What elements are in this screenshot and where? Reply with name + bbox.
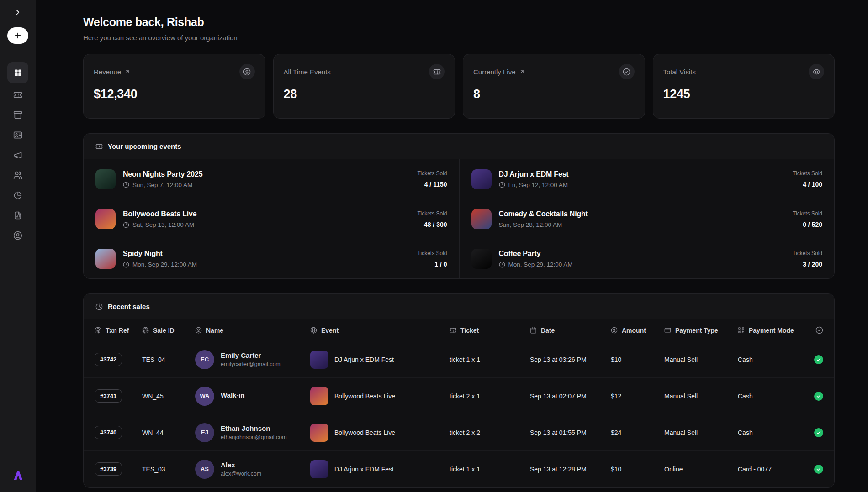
check-circle-icon — [815, 326, 823, 334]
payment-mode: Cash — [738, 429, 814, 436]
users-icon — [13, 171, 22, 180]
sidebar-item-account[interactable] — [8, 227, 27, 244]
qr-code-icon — [738, 327, 745, 334]
amount: $10 — [611, 356, 664, 363]
upcoming-events-panel: Your upcoming events Neon Nights Party 2… — [83, 133, 835, 279]
tickets-sold-label: Tickets Sold — [418, 250, 447, 256]
tickets-sold-label: Tickets Sold — [793, 170, 822, 177]
arrow-up-right-icon — [124, 69, 130, 75]
stat-card-revenue[interactable]: Revenue $12,340 — [83, 54, 265, 119]
sale-row[interactable]: #3739 TES_03 AS Alexalex@work.com DJ Arj… — [84, 451, 834, 487]
event-item-bollywood-beats[interactable]: Bollywood Beats Live Sat, Sep 13, 12:00 … — [84, 199, 459, 239]
txn-ref-badge: #3741 — [95, 389, 122, 403]
avatar: WA — [195, 387, 214, 406]
stat-card-currently-live[interactable]: Currently Live 8 — [463, 54, 645, 119]
fingerprint-icon — [142, 327, 149, 334]
id-card-icon — [13, 131, 22, 140]
sale-date: Sep 13 at 02:07 PM — [530, 393, 611, 400]
amount: $24 — [611, 429, 664, 436]
event-item-spidy-night[interactable]: Spidy Night Mon, Sep 29, 12:00 AM Ticket… — [84, 239, 459, 278]
sidebar-collapse-button[interactable] — [14, 8, 22, 16]
ticket-info: ticket 1 x 1 — [450, 356, 530, 363]
stat-label: Total Visits — [663, 68, 696, 76]
payment-type: Manual Sell — [664, 393, 738, 400]
sidebar-item-reports[interactable] — [8, 207, 27, 224]
amount: $10 — [611, 466, 664, 473]
ticket-icon — [450, 327, 456, 334]
sale-row[interactable]: #3741 WN_45 WA Walk-in Bollywood Beats L… — [84, 378, 834, 414]
file-chart-icon — [14, 211, 22, 220]
credit-card-icon — [664, 327, 671, 334]
sale-id: TES_03 — [142, 466, 195, 473]
pie-chart-icon — [14, 191, 22, 199]
tickets-sold-count: 1 / 0 — [418, 261, 447, 268]
tickets-sold-label: Tickets Sold — [418, 210, 447, 217]
clock-icon — [95, 303, 103, 310]
event-thumbnail — [95, 169, 116, 189]
event-thumbnail — [471, 209, 492, 229]
clock-icon — [123, 262, 129, 268]
payment-mode: Cash — [738, 393, 814, 400]
create-button[interactable] — [7, 27, 28, 44]
sidebar-item-analytics[interactable] — [8, 187, 27, 204]
tickets-sold-count: 4 / 100 — [793, 181, 822, 188]
sidebar-item-team[interactable] — [8, 167, 27, 183]
tickets-sold-label: Tickets Sold — [793, 250, 822, 256]
txn-ref-badge: #3740 — [95, 426, 122, 439]
sale-row[interactable]: #3742 TES_04 EC Emily Carteremilycarter@… — [84, 341, 834, 378]
user-circle-icon — [13, 231, 22, 240]
stat-card-total-visits[interactable]: Total Visits 1245 — [653, 54, 835, 119]
event-thumbnail — [471, 169, 492, 189]
column-date: Date — [530, 327, 611, 334]
event-item-neon-nights[interactable]: Neon Nights Party 2025 Sun, Sep 7, 12:00… — [84, 159, 459, 199]
event-name: Bollywood Beats Live — [123, 210, 196, 218]
stat-card-all-time-events[interactable]: All Time Events 28 — [273, 54, 455, 119]
ticket-info: ticket 2 x 1 — [450, 393, 530, 400]
clock-icon — [123, 222, 129, 228]
sidebar-item-tickets[interactable] — [8, 87, 27, 103]
event-date-text: Sun, Sep 7, 12:00 AM — [132, 182, 192, 188]
panel-title: Recent sales — [108, 303, 150, 310]
chevron-right-icon — [14, 8, 22, 16]
event-item-comedy-cocktails[interactable]: Comedy & Cocktails Night Sun, Sep 28, 12… — [459, 199, 835, 239]
stat-value: 1245 — [663, 87, 825, 101]
sales-table-header: Txn Ref Sale ID Name Event Ticket Date A… — [84, 319, 834, 341]
column-amount: Amount — [611, 327, 664, 334]
user-circle-icon — [195, 327, 202, 334]
column-sale-id: Sale ID — [142, 327, 195, 334]
event-name: Spidy Night — [123, 250, 197, 258]
ticket-info: ticket 1 x 1 — [450, 466, 530, 473]
recent-sales-header: Recent sales — [84, 294, 834, 319]
avatar: EJ — [195, 423, 214, 442]
event-name: Neon Nights Party 2025 — [123, 170, 202, 178]
stat-label: Currently Live — [473, 68, 516, 76]
sale-row[interactable]: #3740 WN_44 EJ Ethan Johnsonethanjohnson… — [84, 414, 834, 451]
sidebar-item-contacts[interactable] — [8, 127, 27, 143]
sale-date: Sep 13 at 03:26 PM — [530, 356, 611, 363]
sidebar-item-dashboard[interactable] — [7, 62, 28, 83]
event-name: Coffee Party — [499, 250, 573, 258]
success-check-icon — [814, 428, 823, 437]
ticket-info: ticket 2 x 2 — [450, 429, 530, 436]
sidebar — [0, 0, 36, 492]
event-item-coffee-party[interactable]: Coffee Party Mon, Sep 29, 12:00 AM Ticke… — [459, 239, 835, 278]
page-subtitle: Here you can see an overview of your org… — [83, 34, 835, 42]
stat-value: 8 — [473, 87, 635, 101]
event-thumbnail — [95, 249, 116, 269]
txn-ref-badge: #3739 — [95, 462, 122, 476]
sidebar-item-events[interactable] — [8, 107, 27, 123]
tickets-sold-label: Tickets Sold — [793, 210, 822, 217]
avatar: AS — [195, 460, 214, 479]
customer-name: Alex — [221, 461, 261, 469]
sidebar-item-marketing[interactable] — [8, 147, 27, 163]
event-date-text: Mon, Sep 29, 12:00 AM — [132, 261, 197, 268]
archive-icon — [13, 110, 22, 120]
megaphone-icon — [13, 151, 22, 160]
column-payment-type: Payment Type — [664, 327, 738, 334]
event-item-dj-arjun[interactable]: DJ Arjun x EDM Fest Fri, Sep 12, 12:00 A… — [459, 159, 835, 199]
tickets-sold-count: 4 / 1150 — [418, 181, 447, 188]
globe-icon — [310, 327, 317, 334]
event-date-text: Mon, Sep 29, 12:00 AM — [508, 261, 573, 268]
tickets-sold-count: 3 / 200 — [793, 261, 822, 268]
stat-label: All Time Events — [284, 68, 331, 76]
